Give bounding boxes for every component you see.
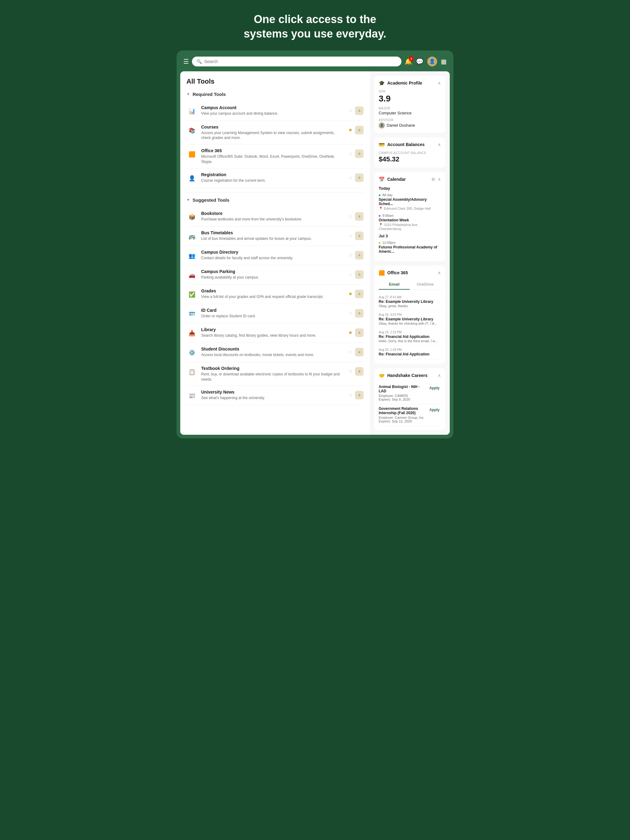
advisor-name: Daniel Dushane (387, 123, 415, 128)
calendar-icon: 📅 (379, 177, 385, 182)
hamburger-icon[interactable]: ☰ (184, 58, 189, 65)
search-bar[interactable]: 🔍 (192, 57, 401, 66)
star-button[interactable]: ☆ (348, 252, 353, 258)
tab-onedrive[interactable]: OneDrive (410, 279, 441, 290)
email-item[interactable]: Aug 25, 1:43 PM Re: Financial Aid Applic… (379, 346, 441, 359)
email-date: Aug 25, 1:43 PM (379, 348, 441, 351)
star-button[interactable]: ☆ (348, 349, 353, 355)
star-button[interactable]: ☆ (348, 310, 353, 316)
tool-icon: 📊 (187, 106, 198, 117)
tool-icon: 📚 (187, 125, 198, 136)
cal-event-jul3[interactable]: 12:00pm Futures Professional Academy of … (379, 241, 441, 254)
tool-icon: ⚙️ (187, 347, 198, 358)
star-button[interactable]: ☆ (348, 368, 353, 374)
tool-name: Library (201, 327, 345, 332)
tool-desc: List of bus timetables and arrival updat… (201, 236, 345, 242)
email-date: Aug 27, 8:41 AM (379, 295, 441, 299)
star-button[interactable]: ☆ (348, 213, 353, 219)
account-balances-close-icon[interactable]: ∧ (438, 142, 441, 147)
apply-button[interactable]: Apply (428, 406, 441, 413)
message-icon[interactable]: 💬 (416, 58, 424, 65)
tool-icon: 👥 (187, 250, 198, 261)
apply-button[interactable]: Apply (428, 385, 441, 392)
nav-icons: 🔔 3 💬 👤 ▦ (405, 57, 446, 66)
notification-bell-icon[interactable]: 🔔 3 (405, 58, 412, 65)
tab-email[interactable]: Email (379, 279, 410, 290)
page-title: All Tools (187, 77, 364, 85)
calendar-widget: 📅 Calendar ⚙ ∧ Today All day Special Ass… (374, 172, 445, 261)
suggested-tool-item: 🚌 Bus Timetables List of bus timetables … (187, 227, 364, 246)
suggested-tools-section-header[interactable]: ▼ Suggested Tools (187, 197, 364, 203)
menu-button[interactable]: ≡ (355, 328, 364, 337)
suggested-tool-item: 🚗 Campus Parking Parking availability at… (187, 265, 364, 285)
star-button[interactable]: ☆ (348, 272, 353, 277)
menu-button[interactable]: ≡ (355, 251, 364, 259)
menu-button[interactable]: ≡ (355, 391, 364, 399)
star-button[interactable]: ★ (348, 330, 353, 335)
cal-event-loc-1: 📍 Edmund Clark 280, Dodge Hall (379, 207, 441, 211)
menu-button[interactable]: ≡ (355, 149, 364, 158)
menu-button[interactable]: ≡ (355, 290, 364, 298)
tool-info: Bus Timetables List of bus timetables an… (201, 230, 345, 242)
required-tool-item: 📊 Campus Account View your campus accoun… (187, 101, 364, 121)
advisor-label: Advisor (379, 118, 441, 122)
required-tools-section-header[interactable]: ▼ Required Tools (187, 92, 364, 97)
menu-button[interactable]: ≡ (355, 126, 364, 134)
handshake-careers-widget: 🤝 Handshake Careers ∧ Animal Biologist -… (374, 368, 445, 430)
tool-icon: 📋 (187, 366, 198, 377)
email-item[interactable]: Aug 26, 3:53 PM Re: Example University L… (379, 311, 441, 328)
cal-event-time-2: 9:00am (379, 214, 441, 217)
tool-name: Campus Directory (201, 249, 345, 254)
tool-desc: View your campus account and dining bala… (201, 111, 345, 116)
cal-event-title-1: Special Assembly/Advisory Sched... (379, 197, 441, 206)
menu-button[interactable]: ≡ (355, 106, 364, 115)
email-item[interactable]: Aug 25, 2:15 PM Re: Financial Aid Applic… (379, 328, 441, 346)
star-button[interactable]: ★ (348, 291, 353, 297)
calendar-close-icon[interactable]: ∧ (438, 177, 441, 182)
menu-button[interactable]: ≡ (355, 348, 364, 356)
cal-event-title-2: Orientation Week (379, 218, 441, 222)
suggested-tool-item: 📦 Bookstore Purchase textbooks and more … (187, 207, 364, 227)
suggested-tool-item: 📋 Textbook Ordering Rent, buy, or downlo… (187, 362, 364, 386)
email-item[interactable]: Aug 27, 8:41 AM Re: Example University L… (379, 293, 441, 311)
balance-label: Campus account balance (379, 151, 441, 155)
star-button[interactable]: ☆ (348, 233, 353, 238)
tool-name: Textbook Ordering (201, 366, 345, 371)
calendar-title: Calendar (387, 177, 406, 182)
tool-actions: ☆ ≡ (348, 174, 364, 182)
left-panel: All Tools ▼ Required Tools 📊 Campus Acco… (180, 71, 370, 435)
tool-info: Student Discounts Access local discounts… (201, 346, 345, 358)
star-button[interactable]: ☆ (348, 392, 353, 398)
cal-event-9am[interactable]: 9:00am Orientation Week 📍 1015 Philadelp… (379, 214, 441, 231)
star-button[interactable]: ★ (348, 127, 353, 133)
tool-actions: ★ ≡ (348, 290, 364, 298)
tool-name: Campus Account (201, 105, 345, 110)
cal-event-allday[interactable]: All day Special Assembly/Advisory Sched.… (379, 193, 441, 211)
menu-button[interactable]: ≡ (355, 309, 364, 317)
menu-button[interactable]: ≡ (355, 212, 364, 221)
star-button[interactable]: ☆ (348, 107, 353, 114)
suggested-tool-item: 📰 University News See what's happening a… (187, 386, 364, 405)
menu-button[interactable]: ≡ (355, 232, 364, 240)
academic-profile-close-icon[interactable]: ∧ (438, 81, 441, 85)
career-item: Government Relations Internship (Fall 20… (379, 404, 441, 426)
career-title: Animal Biologist - NIH - LAD (379, 385, 428, 393)
calendar-gear-icon[interactable]: ⚙ (431, 177, 435, 182)
star-button[interactable]: ☆ (348, 151, 353, 157)
tool-info: Library Search library catalog, find lib… (201, 327, 345, 338)
office365-close-icon[interactable]: ∧ (438, 270, 441, 275)
major-value: Computer Science (379, 111, 441, 115)
tool-info: Office 365 Microsoft Office365 Suite: Ou… (201, 148, 345, 164)
handshake-close-icon[interactable]: ∧ (438, 373, 441, 378)
menu-button[interactable]: ≡ (355, 367, 364, 376)
avatar[interactable]: 👤 (427, 57, 437, 66)
menu-button[interactable]: ≡ (355, 270, 364, 279)
layout-icon[interactable]: ▦ (441, 58, 446, 65)
tool-name: Registration (201, 172, 345, 177)
tool-actions: ☆ ≡ (348, 270, 364, 279)
search-input[interactable] (204, 59, 397, 64)
star-button[interactable]: ☆ (348, 175, 353, 180)
tool-desc: Search library catalog, find library gui… (201, 333, 345, 338)
menu-button[interactable]: ≡ (355, 174, 364, 182)
tool-info: Campus Parking Parking availability at y… (201, 269, 345, 280)
